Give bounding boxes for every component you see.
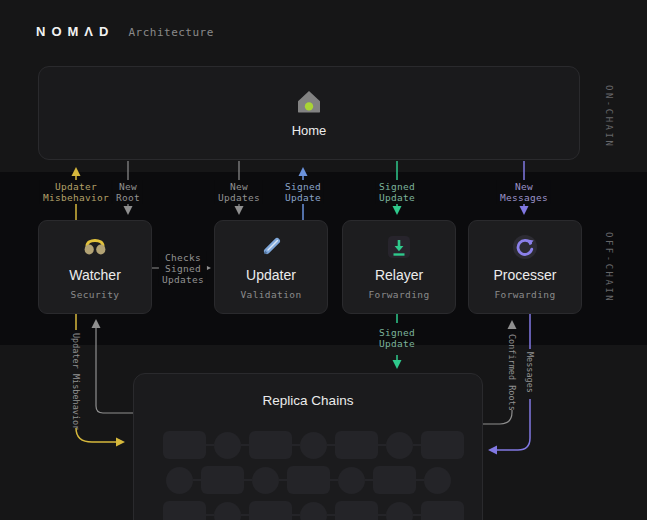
chain-link <box>206 444 214 446</box>
chain-link <box>244 479 252 481</box>
agent-role: Forwarding <box>494 289 555 300</box>
chain-node-circle <box>300 432 327 459</box>
agent-name: Relayer <box>375 267 423 283</box>
chain-node-rect <box>287 466 330 494</box>
flow-label-updater-misbehavior-vertical: Updater Misbehavior <box>71 333 81 430</box>
agent-role: Security <box>71 289 120 300</box>
nomad-logo: NOMΛD <box>36 24 114 39</box>
flow-label-signed-update-replica: Signed Update <box>379 327 415 349</box>
agent-role: Validation <box>240 289 301 300</box>
chain-link <box>378 444 386 446</box>
chain-node-rect <box>421 431 464 459</box>
pen-icon <box>257 233 285 261</box>
flow-label-confirmed-roots: Confirmed Roots <box>507 334 517 411</box>
chain-node-rect <box>249 431 292 459</box>
architecture-subtitle: Architecture <box>128 26 213 39</box>
chain-row <box>163 501 464 520</box>
chain-node-circle <box>338 467 365 494</box>
chain-link <box>241 514 249 516</box>
flow-label-updater-misbehavior: Updater Misbehavior <box>40 180 112 204</box>
agent-name: Updater <box>246 267 296 283</box>
flow-label-new-messages: New Messages <box>497 180 551 204</box>
chain-node-rect <box>373 466 416 494</box>
chain-link <box>378 514 386 516</box>
chain-link <box>241 444 249 446</box>
chain-node-circle <box>214 432 241 459</box>
chain-link <box>330 479 338 481</box>
on-chain-label: ON-CHAIN <box>604 85 614 148</box>
chain-node-rect <box>249 501 292 520</box>
replica-chains-node: Replica Chains <box>133 373 483 520</box>
chain-link <box>206 514 214 516</box>
chain-link <box>193 479 201 481</box>
off-chain-label: OFF-CHAIN <box>604 232 614 303</box>
flow-label-checks-signed-updates: Checks Signed Updates <box>159 251 207 286</box>
chain-node-circle <box>386 432 413 459</box>
chain-node-rect <box>163 501 206 520</box>
chain-link <box>292 514 300 516</box>
flow-label-signed-update-relayer: Signed Update <box>376 180 418 204</box>
chain-link <box>416 479 424 481</box>
chain-node-circle <box>424 467 451 494</box>
agent-node-updater: Updater Validation <box>214 220 328 314</box>
agent-node-processer: Processer Forwarding <box>468 220 582 314</box>
chain-link <box>365 479 373 481</box>
chain-node-circle <box>252 467 279 494</box>
chain-link <box>292 444 300 446</box>
chain-node-rect <box>335 431 378 459</box>
home-title: Home <box>292 123 327 138</box>
chain-rows <box>163 431 464 520</box>
chain-link <box>279 479 287 481</box>
agent-node-relayer: Relayer Forwarding <box>342 220 456 314</box>
home-node: Home <box>38 66 580 160</box>
agent-role: Forwarding <box>368 289 429 300</box>
flow-label-messages: Messages <box>525 352 535 393</box>
replica-chains-title: Replica Chains <box>134 393 482 408</box>
goggles-icon <box>81 233 109 261</box>
chain-link <box>413 514 421 516</box>
chain-row <box>166 466 464 494</box>
nomad-architecture-diagram: NOMΛD Architecture ON-CHAIN OFF-CHAIN Ho… <box>0 0 647 520</box>
agent-node-watcher: Watcher Security <box>38 220 152 314</box>
chain-node-circle <box>386 502 413 520</box>
rotate-icon <box>511 233 539 261</box>
chain-node-rect <box>163 431 206 459</box>
flow-label-new-updates: New Updates <box>215 180 263 204</box>
chain-row <box>163 431 464 459</box>
chain-node-circle <box>300 502 327 520</box>
chain-node-rect <box>335 501 378 520</box>
download-icon <box>385 233 413 261</box>
chain-node-circle <box>166 467 193 494</box>
house-icon <box>295 88 323 116</box>
chain-node-circle <box>214 502 241 520</box>
chain-node-rect <box>421 501 464 520</box>
chain-link <box>413 444 421 446</box>
flow-label-new-root: New Root <box>113 180 143 204</box>
header: NOMΛD Architecture <box>36 24 214 39</box>
agent-name: Watcher <box>69 267 121 283</box>
agent-name: Processer <box>493 267 556 283</box>
chain-link <box>327 514 335 516</box>
chain-link <box>327 444 335 446</box>
flow-label-signed-update-home: Signed Update <box>282 180 324 204</box>
chain-node-rect <box>201 466 244 494</box>
